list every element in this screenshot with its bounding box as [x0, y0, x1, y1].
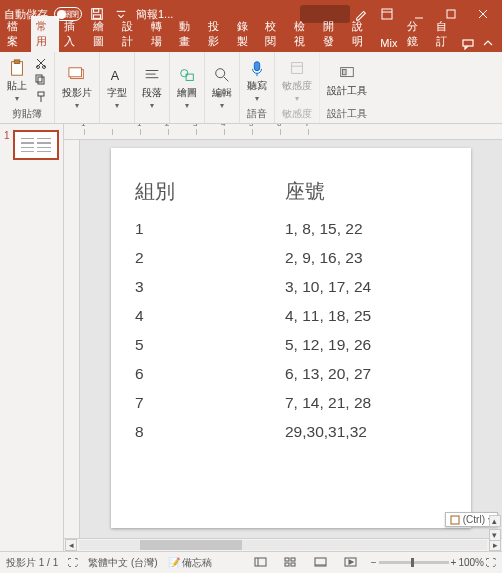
tab-animations[interactable]: 動畫 — [174, 16, 203, 52]
zoom-out-button[interactable]: − — [371, 557, 377, 568]
group-label-clipboard: 剪貼簿 — [12, 107, 42, 121]
horizontal-ruler[interactable]: 1 1 2 3 4 5 6 7 — [64, 124, 502, 140]
slideshow-button[interactable] — [341, 555, 361, 571]
vertical-ruler[interactable] — [64, 140, 80, 538]
slide-canvas-area[interactable]: 組別 座號 11, 8, 15, 22 22, 9, 16, 23 33, 10… — [80, 140, 502, 538]
tab-mix[interactable]: Mix — [375, 34, 402, 52]
tab-design[interactable]: 設計 — [117, 16, 146, 52]
chevron-down-icon: ▾ — [295, 94, 299, 103]
work-area: 1 1 1 2 3 4 5 6 7 組別 座號 1 — [0, 124, 502, 551]
tab-draw[interactable]: 繪圖 — [88, 16, 117, 52]
ribbon-display-options[interactable] — [372, 0, 402, 28]
slide-edit-pane: 1 1 2 3 4 5 6 7 組別 座號 11, 8, 15, 22 22, … — [64, 124, 502, 551]
font-button[interactable]: A 字型 ▾ — [104, 63, 130, 112]
designer-button[interactable]: 設計工具 — [324, 61, 370, 100]
vertical-scrollbar[interactable]: ▴ ▾ — [488, 140, 501, 541]
slide-sorter-button[interactable] — [281, 555, 301, 571]
table-header: 座號 — [285, 178, 447, 205]
chevron-down-icon: ▾ — [185, 101, 189, 110]
tab-developer[interactable]: 開發 — [318, 16, 347, 52]
tab-slideshow[interactable]: 投影 — [203, 16, 232, 52]
status-bar: 投影片 1 / 1 ⛶ 繁體中文 (台灣) 📝 備忘稿 − + 100% ⛶ — [0, 551, 502, 573]
svg-rect-12 — [14, 59, 19, 63]
format-painter-icon[interactable] — [32, 89, 50, 105]
clipboard-icon — [450, 515, 460, 525]
svg-text:A: A — [111, 68, 120, 82]
svg-rect-40 — [291, 563, 295, 566]
designer-label: 設計工具 — [327, 84, 367, 98]
slide-content-table[interactable]: 組別 座號 11, 8, 15, 22 22, 9, 16, 23 33, 10… — [135, 178, 447, 441]
svg-point-26 — [216, 68, 225, 77]
copy-icon[interactable] — [32, 72, 50, 88]
chevron-down-icon: ▾ — [150, 101, 154, 110]
group-slides: 投影片 ▾ — [55, 52, 100, 123]
svg-rect-17 — [38, 92, 44, 96]
zoom-in-button[interactable]: + — [451, 557, 457, 568]
group-label-designer: 設計工具 — [327, 107, 367, 121]
next-slide-button[interactable]: ▾ — [489, 529, 501, 541]
drawing-button[interactable]: 繪圖 ▾ — [174, 63, 200, 112]
tab-help[interactable]: 說明 — [347, 16, 376, 52]
paragraph-button[interactable]: 段落 ▾ — [139, 63, 165, 112]
thumbnail-number: 1 — [4, 130, 10, 160]
svg-rect-35 — [255, 558, 266, 566]
svg-point-24 — [181, 69, 188, 76]
editing-button[interactable]: 編輯 ▾ — [209, 63, 235, 112]
scroll-handle[interactable] — [140, 540, 242, 550]
svg-point-14 — [43, 66, 46, 69]
accessibility-icon[interactable]: ⛶ — [68, 557, 78, 568]
slide-icon — [67, 65, 87, 85]
svg-rect-37 — [285, 558, 289, 561]
dictate-button[interactable]: 聽寫 ▾ — [244, 56, 270, 105]
notes-button[interactable]: 📝 備忘稿 — [168, 556, 213, 570]
slide[interactable]: 組別 座號 11, 8, 15, 22 22, 9, 16, 23 33, 10… — [111, 148, 471, 528]
cut-icon[interactable] — [32, 55, 50, 71]
svg-rect-15 — [38, 77, 44, 84]
new-slide-button[interactable]: 投影片 ▾ — [59, 63, 95, 112]
fit-to-window-button[interactable]: ⛶ — [486, 557, 496, 568]
table-cell: 6 — [135, 365, 285, 383]
group-voice: 聽寫 ▾ 語音 — [240, 52, 275, 123]
tab-home[interactable]: 常用 — [31, 16, 60, 52]
language-indicator[interactable]: 繁體中文 (台灣) — [88, 556, 157, 570]
table-cell: 7 — [135, 394, 285, 412]
svg-rect-4 — [382, 9, 392, 19]
slide-thumbnail[interactable]: 1 — [4, 130, 59, 160]
close-button[interactable] — [468, 0, 498, 28]
thumbnail-preview[interactable] — [13, 130, 59, 160]
table-cell: 2, 9, 16, 23 — [285, 249, 447, 267]
tab-review[interactable]: 校閱 — [260, 16, 289, 52]
designer-icon — [337, 63, 357, 83]
zoom-level[interactable]: 100% — [458, 557, 484, 568]
zoom-slider[interactable] — [379, 561, 449, 564]
table-cell: 6, 13, 20, 27 — [285, 365, 447, 383]
tab-record[interactable]: 錄製 — [232, 16, 261, 52]
chevron-down-icon: ▾ — [255, 94, 259, 103]
tab-insert[interactable]: 插入 — [59, 16, 88, 52]
thumbnail-pane[interactable]: 1 — [0, 124, 64, 551]
tab-transitions[interactable]: 轉場 — [146, 16, 175, 52]
table-cell: 3 — [135, 278, 285, 296]
tab-file[interactable]: 檔案 — [2, 16, 31, 52]
slide-counter[interactable]: 投影片 1 / 1 — [6, 556, 58, 570]
prev-slide-button[interactable]: ▴ — [489, 515, 501, 527]
group-editing: 編輯 ▾ — [205, 52, 240, 123]
horizontal-scrollbar[interactable]: ◂ ▸ — [64, 538, 502, 551]
shapes-icon — [177, 65, 197, 85]
chevron-down-icon: ▾ — [220, 101, 224, 110]
scroll-left-button[interactable]: ◂ — [65, 539, 77, 551]
tab-view[interactable]: 檢視 — [289, 16, 318, 52]
group-paragraph: 段落 ▾ — [135, 52, 170, 123]
chevron-down-icon: ▾ — [115, 101, 119, 110]
paste-button[interactable]: 貼上 ▾ — [4, 56, 30, 105]
reading-view-button[interactable] — [311, 555, 331, 571]
tab-storyboard[interactable]: 分鏡 — [402, 16, 431, 52]
tab-custom[interactable]: 自訂 — [431, 16, 460, 52]
comments-icon[interactable] — [460, 36, 476, 52]
table-header: 組別 — [135, 178, 285, 205]
autosave-toggle[interactable]: 關閉 — [54, 7, 82, 21]
zoom-controls: − + 100% ⛶ — [371, 557, 496, 568]
collapse-ribbon-icon[interactable] — [480, 36, 496, 52]
svg-rect-39 — [285, 563, 289, 566]
normal-view-button[interactable] — [251, 555, 271, 571]
